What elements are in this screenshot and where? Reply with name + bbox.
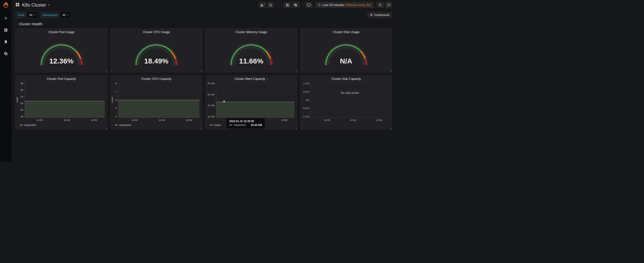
section-title: Cluster Health	[19, 22, 42, 26]
star-button[interactable]	[267, 2, 274, 8]
svg-rect-2	[6, 29, 7, 30]
plot-area[interactable]	[216, 82, 294, 118]
variable-bar: Node All ▼ Namespace All ▼ Dashboards	[12, 10, 396, 22]
gauge-value: 11.66%	[229, 57, 274, 65]
legend-swatch	[20, 125, 23, 125]
resize-handle[interactable]: ◢	[201, 127, 202, 129]
plus-icon: +	[264, 3, 265, 5]
topbar: K8s Cluster ▼ +	[12, 0, 396, 10]
svg-rect-6	[18, 3, 19, 5]
panel-pod-usage[interactable]: Cluster Pod Usage 12.36% ◢	[15, 28, 108, 73]
resize-handle[interactable]: ◢	[390, 70, 392, 72]
create-icon[interactable]	[3, 16, 8, 21]
svg-rect-10	[262, 4, 262, 6]
dashboard-grid-icon[interactable]	[15, 2, 20, 7]
panel-disk-usage[interactable]: Cluster Disk Usage N/A ◢	[300, 28, 393, 73]
configuration-icon[interactable]	[3, 51, 8, 56]
panel-cpu-capacity[interactable]: Cluster CPU Capacity cores 87654 10:3010…	[110, 75, 203, 130]
variable-namespace[interactable]: Namespace All ▼	[40, 12, 71, 18]
svg-rect-11	[262, 5, 263, 6]
time-range-picker[interactable]: Last 30 minutes Refresh every 30s	[315, 2, 374, 8]
gauge-cpu: 18.49%	[134, 39, 179, 67]
resize-handle[interactable]: ◢	[201, 70, 202, 72]
svg-rect-12	[307, 4, 311, 6]
x-ticks: 10:3010:4010:50	[15, 118, 108, 122]
cycle-view-button[interactable]	[305, 2, 313, 8]
zoom-out-button[interactable]	[377, 2, 384, 8]
svg-rect-9	[261, 4, 261, 6]
plot-area[interactable]: No data points	[310, 82, 389, 118]
chevron-down-icon: ▼	[67, 14, 68, 16]
gauge-value: N/A	[324, 57, 369, 65]
chevron-down-icon[interactable]: ▼	[266, 78, 268, 80]
alerting-icon[interactable]	[3, 39, 8, 45]
panel-cpu-usage[interactable]: Cluster CPU Usage 18.49% ◢	[110, 28, 203, 73]
dashboards-icon[interactable]	[3, 28, 8, 33]
variable-node-label: Node	[15, 12, 27, 18]
variable-node-value[interactable]: All ▼	[27, 12, 37, 18]
section-header[interactable]: ⌄ Cluster Health	[12, 22, 396, 28]
chevron-down-icon: ⌄	[15, 23, 17, 25]
y-axis-label: pods	[15, 97, 19, 102]
panel-title: Cluster Disk Usage	[300, 29, 393, 35]
share-button[interactable]	[275, 2, 283, 8]
panel-title: Cluster Mem Capacity ▼	[205, 76, 297, 82]
dashboards-link[interactable]: Dashboards	[367, 12, 392, 18]
add-panel-button[interactable]: +	[259, 2, 266, 8]
gauge-pod: 12.36%	[39, 39, 84, 67]
resize-handle[interactable]: ◢	[390, 127, 392, 129]
resize-handle[interactable]: ◢	[295, 70, 297, 72]
legend[interactable]: requested	[110, 121, 203, 126]
svg-rect-3	[4, 30, 6, 31]
y-axis-label: cores	[110, 97, 114, 103]
variable-node[interactable]: Node All ▼	[15, 12, 38, 18]
panel-title: Cluster Pod Usage	[15, 29, 108, 35]
y-ticks: 87654	[114, 82, 118, 118]
dashboard-title[interactable]: K8s Cluster ▼	[22, 2, 50, 8]
panel-memory-usage[interactable]: Cluster Memory Usage 11.66% ◢	[205, 28, 297, 73]
no-data-text: No data points	[311, 91, 389, 94]
settings-button[interactable]	[292, 2, 300, 8]
chart-tooltip: 2020-01-15 10:26:00 requested: 16.43 GB	[227, 118, 264, 128]
panel-title: Cluster CPU Usage	[110, 29, 203, 35]
variable-namespace-value[interactable]: All ▼	[60, 12, 71, 18]
panel-mem-capacity[interactable]: Cluster Mem Capacity ▼ 25 GB20 GB15 GB10…	[205, 75, 297, 130]
y-ticks: 908070605040	[19, 82, 25, 118]
legend-swatch	[210, 125, 213, 125]
dashboard-title-text: K8s Cluster	[22, 2, 46, 8]
variable-namespace-label: Namespace	[40, 12, 60, 18]
resize-handle[interactable]: ◢	[106, 70, 107, 72]
x-ticks: 10:3010:4010:50	[300, 118, 393, 122]
svg-point-0	[5, 5, 6, 6]
gauge-memory: 11.66%	[229, 39, 274, 67]
gauge-disk: N/A	[324, 39, 369, 67]
clock-icon	[318, 3, 321, 7]
panel-title: Cluster CPU Capacity	[110, 76, 203, 82]
panel-title: Cluster Memory Usage	[205, 29, 297, 35]
toolbar: +	[259, 2, 300, 8]
y-ticks: 1.0 B0.5 B0 B-0.5 B-1.0 B	[300, 82, 310, 118]
chevron-down-icon: ▼	[48, 4, 50, 6]
y-ticks: 25 GB20 GB15 GB10 GB	[205, 82, 216, 118]
panel-title: Cluster Disk Capacity	[300, 76, 393, 82]
x-ticks: 10:3010:4010:50	[110, 118, 203, 122]
panel-disk-capacity[interactable]: Cluster Disk Capacity 1.0 B0.5 B0 B-0.5 …	[300, 75, 393, 130]
time-range-text: Last 30 minutes	[323, 3, 344, 7]
resize-handle[interactable]: ◢	[106, 127, 107, 129]
legend-swatch	[115, 125, 118, 125]
legend[interactable]: requested	[15, 121, 108, 126]
grafana-logo[interactable]	[3, 2, 9, 9]
svg-rect-4	[6, 30, 7, 31]
panel-title: Cluster Pod Capacity	[15, 76, 108, 82]
panel-pod-capacity[interactable]: Cluster Pod Capacity pods 908070605040 1…	[15, 75, 108, 130]
save-button[interactable]	[284, 2, 291, 8]
svg-rect-7	[16, 5, 17, 6]
plot-area[interactable]	[25, 82, 105, 118]
refresh-interval-text: Refresh every 30s	[346, 3, 371, 7]
refresh-button[interactable]	[385, 2, 393, 8]
resize-handle[interactable]: ◢	[295, 127, 297, 129]
gauge-value: 18.49%	[134, 57, 179, 65]
svg-rect-8	[18, 5, 19, 6]
legend-swatch	[229, 125, 232, 125]
plot-area[interactable]	[118, 82, 199, 118]
